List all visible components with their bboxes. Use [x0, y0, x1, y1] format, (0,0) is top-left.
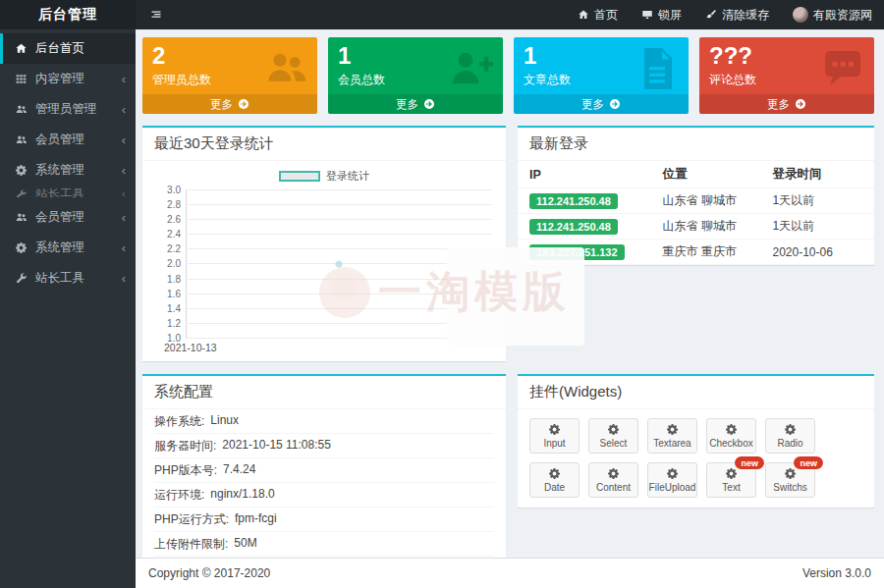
- arrow-circle-right-icon: [795, 98, 806, 110]
- sidebar-item-admins[interactable]: 管理员管理: [0, 94, 136, 125]
- config-label: 上传附件限制:: [154, 536, 228, 553]
- gear-icon: [607, 423, 620, 436]
- row-3: 系统配置 操作系统: Linux 服务器时间: 2021-10-15 11:08…: [142, 374, 874, 585]
- widget-label: Switchs: [773, 482, 806, 493]
- table-row: 112.241.250.48 山东省 聊城市 1天以前: [518, 214, 874, 240]
- page-footer: Copyright © 2017-2020 Version 3.0.0: [136, 558, 884, 588]
- config-row: 运行环境: nginx/1.18.0: [154, 483, 494, 508]
- config-label: 运行环境:: [154, 487, 204, 504]
- gear-icon: [784, 467, 797, 480]
- widget-button[interactable]: Radio: [765, 418, 815, 454]
- login-time-cell: 2020-10-06: [772, 245, 862, 259]
- y-tick-label: 2.6: [154, 214, 181, 225]
- sidebar-item-system-2[interactable]: 系统管理: [0, 233, 136, 263]
- more-label: 更多: [767, 97, 790, 112]
- widget-button[interactable]: Switchs new: [765, 462, 815, 498]
- config-value: 50M: [234, 536, 256, 553]
- wrench-icon: [15, 272, 28, 285]
- home-icon: [15, 42, 28, 55]
- config-value: Linux: [210, 413, 239, 430]
- chart-grid: 3.0 2.8 2.6: [154, 189, 492, 339]
- navbar-link-lockscreen[interactable]: 锁屏: [630, 0, 693, 29]
- arrow-circle-right-icon: [238, 98, 249, 110]
- sidebar-item-webmaster-tools-2[interactable]: 站长工具: [0, 263, 136, 294]
- config-row: PHP版本号: 7.4.24: [154, 458, 494, 483]
- table-row: 183.227.251.132 重庆市 重庆市 2020-10-06: [518, 240, 874, 265]
- users-icon: [15, 211, 28, 224]
- comments-bubble-icon: [819, 45, 866, 92]
- sidebar-item-dashboard[interactable]: 后台首页: [0, 33, 136, 64]
- login-stats-panel: 最近30天登录统计 登录统计 3.0: [142, 126, 506, 361]
- system-config-panel: 系统配置 操作系统: Linux 服务器时间: 2021-10-15 11:08…: [142, 374, 506, 585]
- location-cell: 重庆市 重庆市: [663, 243, 773, 260]
- article-file-icon: [634, 45, 681, 92]
- gridline: [186, 248, 492, 249]
- ip-badge: 112.241.250.48: [529, 219, 618, 235]
- row-2: 最近30天登录统计 登录统计 3.0: [142, 126, 874, 361]
- new-badge: new: [794, 456, 823, 469]
- chevron-left-icon: [122, 211, 126, 224]
- panel-title-widgets: 挂件(Widgets): [518, 376, 874, 409]
- navbar-link-clear-cache[interactable]: 清除缓存: [693, 0, 781, 29]
- login-table-header: IP位置登录时间: [518, 161, 874, 188]
- sidebar-item-webmaster-tools[interactable]: 站长工具: [0, 187, 136, 200]
- home-icon: [578, 9, 589, 21]
- card-more-link[interactable]: 更多: [514, 94, 689, 114]
- widget-button[interactable]: Date: [529, 462, 580, 498]
- chevron-left-icon: [122, 272, 126, 285]
- config-row: 上传附件限制: 50M: [154, 532, 494, 557]
- widgets-grid: Input Select Textarea: [518, 409, 874, 508]
- widget-button[interactable]: Text new: [706, 462, 756, 498]
- panel-title-system-config: 系统配置: [142, 376, 506, 409]
- widget-button[interactable]: Checkbox: [706, 418, 756, 454]
- widget-button[interactable]: Select: [588, 418, 638, 454]
- grid-icon: [15, 73, 28, 85]
- gridline: [186, 234, 492, 235]
- gridline: [186, 279, 492, 280]
- config-row: 操作系统: Linux: [154, 409, 494, 434]
- widget-button[interactable]: FileUpload: [647, 462, 697, 498]
- y-tick-label: 1.0: [154, 333, 181, 344]
- gear-icon: [725, 423, 738, 436]
- table-row: 112.241.250.48 山东省 聊城市 1天以前: [518, 188, 874, 214]
- card-comment-total: ??? 评论总数 更多: [699, 37, 874, 114]
- widget-button[interactable]: Content: [588, 462, 638, 498]
- latest-login-panel: 最新登录 IP位置登录时间 112.241.250.48 山东省 聊城市 1天以…: [518, 126, 874, 265]
- brand-title: 后台管理: [0, 0, 136, 29]
- y-tick-label: 1.2: [154, 318, 181, 329]
- widget-button[interactable]: Textarea: [647, 418, 697, 454]
- ip-badge: 112.241.250.48: [529, 193, 618, 209]
- config-row: PHP运行方式: fpm-fcgi: [154, 508, 494, 532]
- column-header: IP: [529, 168, 663, 182]
- new-badge: new: [735, 456, 764, 469]
- widget-label: Textarea: [653, 438, 691, 449]
- card-more-link[interactable]: 更多: [699, 94, 874, 114]
- login-table-body: 112.241.250.48 山东省 聊城市 1天以前 112.241.250.…: [518, 188, 874, 265]
- y-tick-label: 1.4: [154, 303, 181, 314]
- widget-button[interactable]: Input: [529, 418, 580, 454]
- config-label: PHP版本号:: [154, 462, 217, 479]
- more-label: 更多: [581, 97, 604, 112]
- sidebar-item-content[interactable]: 内容管理: [0, 64, 136, 94]
- widget-label: FileUpload: [649, 482, 696, 493]
- sidebar: 后台首页 内容管理 管理员管理 会员管理: [0, 29, 136, 588]
- clear-cache-icon: [705, 9, 717, 21]
- card-more-link[interactable]: 更多: [142, 94, 317, 114]
- navbar-link-home[interactable]: 首页: [566, 0, 630, 29]
- sidebar-item-members-2[interactable]: 会员管理: [0, 202, 136, 233]
- legend-label: 登录统计: [326, 169, 369, 184]
- gear-icon: [666, 423, 679, 436]
- config-label: PHP运行方式:: [154, 511, 229, 528]
- sidebar-toggle-button[interactable]: [136, 0, 177, 29]
- card-more-link[interactable]: 更多: [328, 94, 503, 114]
- sidebar-item-system[interactable]: 系统管理: [0, 155, 136, 186]
- sidebar-item-members[interactable]: 会员管理: [0, 125, 136, 155]
- location-cell: 山东省 聊城市: [663, 192, 773, 209]
- navbar: 后台管理 首页 锁屏: [0, 0, 884, 29]
- chevron-left-icon: [122, 103, 126, 116]
- user-menu[interactable]: 有殿资源网: [781, 0, 884, 29]
- column-header: 登录时间: [772, 166, 862, 183]
- legend-swatch: [279, 171, 320, 182]
- navbar-right: 首页 锁屏 清除缓存 有殿资源网: [566, 0, 884, 29]
- gear-icon: [548, 467, 561, 480]
